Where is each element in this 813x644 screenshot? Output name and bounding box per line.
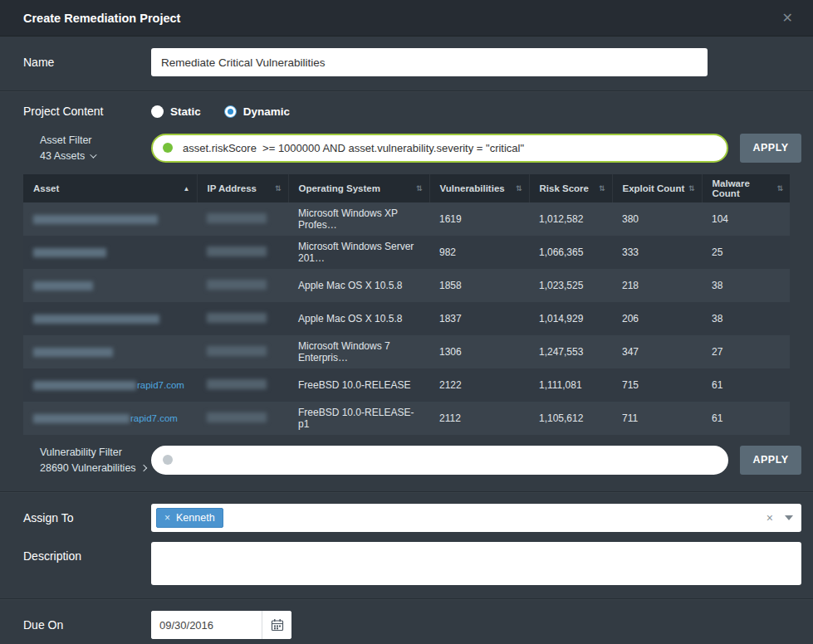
redacted-asset-name [33,215,158,224]
redacted-ip [207,412,267,422]
col-header-os[interactable]: Operating System ⇅ [288,174,429,202]
col-label: Vulnerabilities [440,183,505,193]
name-label: Name [23,56,54,69]
cell-os: Apple Mac OS X 10.5.8 [288,302,429,335]
cell-exploit-count: 711 [612,402,702,435]
cell-exploit-count: 206 [612,302,702,335]
cell-risk-score: 1,014,929 [529,302,612,335]
due-date-input[interactable] [151,611,262,639]
vulnerability-count: 28690 Vulnerabilities [40,462,136,474]
cell-vulnerabilities: 1837 [429,302,529,335]
radio-dynamic[interactable]: Dynamic [224,105,290,118]
due-on-section: Due On [0,598,813,644]
vulnerability-filter-input-wrap [151,446,728,475]
filter-status-dot [163,143,173,153]
cell-vulnerabilities: 1306 [429,335,529,368]
redacted-asset-name [33,315,159,324]
calendar-icon[interactable] [262,611,291,639]
create-remediation-project-modal: Create Remediation Project ✕ Name Projec… [0,0,813,644]
col-header-vulnerabilities[interactable]: Vulnerabilities ⇅ [429,174,529,202]
cell-malware-count: 38 [702,302,790,335]
cell-asset [23,335,197,368]
due-on-label: Due On [23,618,63,632]
table-row: Microsoft Windows 7 Enterpris… 1306 1,24… [23,335,790,368]
redacted-asset-name [33,348,113,357]
table-row: rapid7.com FreeBSD 10.0-RELEASE-p1 2112 … [23,402,790,435]
sort-icon: ⇅ [416,184,423,193]
cell-asset [23,302,197,335]
cell-os: Microsoft Windows 7 Enterpris… [288,335,429,368]
col-label: IP Address [208,183,257,193]
asset-filter-toggle[interactable]: 43 Assets [40,150,95,162]
table-row: Apple Mac OS X 10.5.8 1837 1,014,929 206… [23,302,790,335]
redacted-ip [207,379,267,389]
name-input[interactable] [151,48,708,76]
col-label: Asset [33,183,59,193]
cell-malware-count: 61 [702,368,790,402]
cell-malware-count: 38 [702,269,790,302]
cell-exploit-count: 715 [612,368,702,402]
cell-exploit-count: 347 [612,335,702,368]
table-row: Microsoft Windows Server 201… 982 1,066,… [23,236,790,269]
chevron-right-icon [140,465,146,471]
vulnerability-filter-query-input[interactable] [151,446,728,475]
asset-table: Asset ▲ IP Address ⇅ Operating System ⇅ … [23,174,790,435]
cell-asset [23,202,197,236]
cell-ip [197,335,288,368]
asset-domain-link[interactable]: rapid7.com [130,413,178,423]
table-row: Apple Mac OS X 10.5.8 1858 1,023,525 218… [23,269,790,302]
assign-section: Assign To × Kenneth × Description [0,491,813,598]
sort-icon: ⇅ [688,184,695,193]
cell-risk-score: 1,012,582 [529,202,612,236]
vulnerability-filter-label: Vulnerability Filter [40,445,151,460]
cell-os: FreeBSD 10.0-RELEASE [288,368,429,402]
close-icon[interactable]: ✕ [779,10,796,27]
description-label: Description [23,549,81,563]
cell-malware-count: 25 [702,236,790,269]
cell-asset [23,236,197,269]
asset-domain-link[interactable]: rapid7.com [137,380,184,390]
redacted-ip [207,213,267,223]
cell-malware-count: 61 [702,402,790,435]
project-content-section: Project Content Static Dynamic Asset Fil… [0,90,813,491]
cell-ip [197,202,288,236]
cell-ip [197,302,288,335]
asset-count: 43 Assets [40,150,85,162]
asset-filter-input-wrap [151,134,728,163]
sort-icon: ⇅ [275,184,282,193]
cell-exploit-count: 380 [612,202,702,236]
cell-malware-count: 104 [702,202,790,236]
cell-vulnerabilities: 2112 [429,402,529,435]
dropdown-caret-icon[interactable] [785,515,793,520]
col-header-exploit-count[interactable]: Exploit Count ⇅ [612,174,702,202]
radio-dynamic-control[interactable] [224,105,237,118]
cell-ip [197,402,288,435]
assign-to-label: Assign To [23,511,73,524]
cell-exploit-count: 333 [612,236,702,269]
sort-icon: ⇅ [599,184,605,193]
assign-to-select[interactable]: × Kenneth × [151,504,801,532]
cell-risk-score: 1,111,081 [529,368,612,402]
col-header-malware-count[interactable]: Malware Count ⇅ [702,174,790,202]
asset-filter-query-input[interactable] [151,134,728,163]
col-header-ip[interactable]: IP Address ⇅ [197,174,288,202]
due-date-group [151,611,291,639]
sort-asc-icon: ▲ [184,185,190,193]
vulnerability-filter-toggle[interactable]: 28690 Vulnerabilities [40,462,146,474]
redacted-ip [207,346,267,356]
name-section: Name [0,37,813,90]
filter-status-dot [163,455,173,465]
cell-asset: rapid7.com [23,402,197,435]
asset-filter-apply-button[interactable]: APPLY [740,134,801,163]
radio-static-control[interactable] [151,105,164,118]
col-header-asset[interactable]: Asset ▲ [23,174,197,202]
project-content-label: Project Content [23,105,104,118]
description-textarea[interactable] [151,542,801,585]
remove-tag-icon[interactable]: × [164,513,170,523]
cell-risk-score: 1,023,525 [529,269,612,302]
col-header-risk-score[interactable]: Risk Score ⇅ [529,174,612,202]
cell-asset [23,269,197,302]
radio-static[interactable]: Static [151,105,201,118]
vulnerability-filter-apply-button[interactable]: APPLY [740,446,801,475]
clear-selection-icon[interactable]: × [766,512,773,524]
